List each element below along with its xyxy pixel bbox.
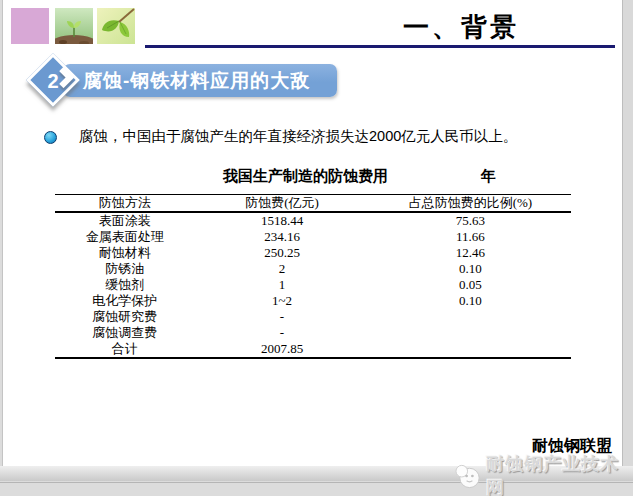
column-header: 占总防蚀费的比例(%) [370, 195, 571, 213]
table-row: 合计2007.85 [55, 341, 571, 358]
column-header: 防蚀费(亿元) [194, 195, 369, 213]
table-row: 腐蚀调查费- [55, 325, 571, 341]
sprout-icon [55, 8, 93, 44]
workspace-right-strip [622, 0, 633, 466]
table-cell: 1518.44 [194, 212, 369, 229]
table-row: 金属表面处理234.1611.66 [55, 229, 571, 245]
leaves-icon [97, 8, 135, 44]
table-cell: 11.66 [370, 229, 571, 245]
cost-table-body: 表面涂装1518.4475.63金属表面处理234.1611.66耐蚀材料250… [55, 212, 571, 358]
topic-banner: 腐蚀-钢铁材料应用的大敌 [63, 64, 337, 97]
table-cell [370, 341, 571, 358]
table-cell: 耐蚀材料 [55, 245, 194, 261]
table-cell: 电化学保护 [55, 293, 194, 309]
table-cell: 防锈油 [55, 261, 194, 277]
table-title: 我国生产制造的防蚀费用 [223, 167, 388, 186]
slide-canvas: 一、背景 腐蚀-钢铁材料应用的大敌 2 腐蚀，中国由于腐蚀产生的年直接经济损失达… [3, 0, 622, 466]
column-header: 防蚀方法 [55, 195, 194, 213]
cost-table-head: 防蚀方法防蚀费(亿元)占总防蚀费的比例(%) [55, 195, 571, 213]
watermark-text: 耐蚀钢产业技术网 [486, 452, 633, 496]
table-cell: 0.10 [370, 261, 571, 277]
table-cell: 2007.85 [194, 341, 369, 358]
table-row: 缓蚀剂10.05 [55, 277, 571, 293]
bullet-text: 腐蚀，中国由于腐蚀产生的年直接经济损失达2000亿元人民币以上。 [79, 127, 619, 146]
bullet-sphere-icon [44, 131, 57, 144]
table-cell: 缓蚀剂 [55, 277, 194, 293]
watermark-logo-icon [455, 463, 480, 489]
table-cell: 0.10 [370, 293, 571, 309]
leaves-photo-image [97, 8, 135, 44]
table-cell: - [194, 309, 369, 325]
table-row: 电化学保护1~20.10 [55, 293, 571, 309]
table-cell: 250.25 [194, 245, 369, 261]
table-row: 表面涂装1518.4475.63 [55, 212, 571, 229]
table-row: 耐蚀材料250.2512.46 [55, 245, 571, 261]
site-watermark: 耐蚀钢产业技术网 [455, 452, 633, 496]
table-row: 腐蚀研究费- [55, 309, 571, 325]
table-cell: 234.16 [194, 229, 369, 245]
slide-left-edge [2, 0, 3, 466]
cost-table: 防蚀方法防蚀费(亿元)占总防蚀费的比例(%) 表面涂装1518.4475.63金… [55, 194, 571, 359]
table-cell: - [194, 325, 369, 341]
table-cell [370, 325, 571, 341]
table-cell: 合计 [55, 341, 194, 358]
table-cell: 75.63 [370, 212, 571, 229]
table-row: 防锈油20.10 [55, 261, 571, 277]
table-cell [370, 309, 571, 325]
table-cell: 表面涂装 [55, 212, 194, 229]
title-underline [145, 45, 615, 48]
table-cell: 2 [194, 261, 369, 277]
table-cell: 0.05 [370, 277, 571, 293]
table-cell: 腐蚀研究费 [55, 309, 194, 325]
table-title-year: 年 [481, 167, 496, 186]
table-cell: 1 [194, 277, 369, 293]
purple-square-image [11, 8, 49, 44]
slide-viewer-stage: 一、背景 腐蚀-钢铁材料应用的大敌 2 腐蚀，中国由于腐蚀产生的年直接经济损失达… [0, 0, 633, 496]
table-cell: 腐蚀调查费 [55, 325, 194, 341]
table-cell: 12.46 [370, 245, 571, 261]
table-cell: 金属表面处理 [55, 229, 194, 245]
sprout-photo-image [55, 8, 93, 44]
table-cell: 1~2 [194, 293, 369, 309]
section-title: 一、背景 [381, 10, 541, 45]
header-row: 防蚀方法防蚀费(亿元)占总防蚀费的比例(%) [55, 195, 571, 213]
